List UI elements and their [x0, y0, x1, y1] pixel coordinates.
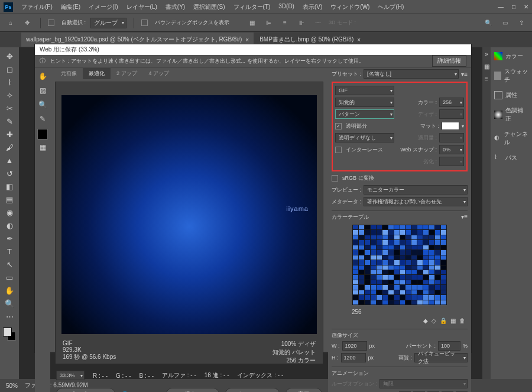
home-icon[interactable]: ⌂	[5, 17, 17, 29]
path-tool-icon[interactable]: ↖	[2, 258, 17, 271]
srgb-checkbox[interactable]	[332, 175, 338, 182]
menu-edit[interactable]: 編集(E)	[57, 1, 84, 13]
websnap-dropdown[interactable]: 0%	[439, 145, 464, 154]
slice-vis-icon[interactable]: ▦	[36, 141, 49, 154]
menu-image[interactable]: イメージ(I)	[85, 1, 121, 13]
zoom-tool-icon[interactable]: 🔍	[2, 297, 17, 310]
stamp-tool-icon[interactable]: ▲	[2, 154, 17, 167]
preview-button[interactable]: プレビュー...	[56, 388, 115, 392]
panel-color[interactable]: カラー	[493, 51, 530, 61]
preset-dropdown[interactable]: [名前なし]	[364, 69, 459, 79]
share-icon[interactable]: ⇪	[515, 17, 527, 29]
eraser-tool-icon[interactable]: ◧	[2, 180, 17, 193]
eyedropper-icon[interactable]: ✎	[36, 112, 49, 125]
panel-paths[interactable]: ⌇パス	[493, 153, 530, 163]
color-swatches[interactable]	[2, 326, 17, 342]
flyout-icon[interactable]: ▾≡	[461, 71, 468, 77]
menu-type[interactable]: 書式(Y)	[162, 1, 189, 13]
ct-icon[interactable]: ◆	[423, 318, 428, 324]
ct-icon[interactable]: ◇	[432, 318, 436, 324]
menu-file[interactable]: ファイル(F)	[18, 1, 56, 13]
menu-help[interactable]: ヘルプ(H)	[374, 1, 407, 13]
blur-tool-icon[interactable]: ◉	[2, 206, 17, 219]
quality-dropdown[interactable]: バイキュービック法	[414, 353, 468, 362]
tab-original[interactable]: 元画像	[55, 68, 83, 79]
zoom-dropdown[interactable]: 33.3%	[56, 371, 85, 380]
panel-icon[interactable]: ≡	[485, 76, 488, 82]
detail-button[interactable]: 詳細情報	[432, 55, 466, 67]
slice-tool-icon[interactable]: ▨	[36, 84, 49, 97]
format-dropdown[interactable]: GIF	[335, 86, 394, 95]
preview-dropdown[interactable]: モニターカラー	[364, 185, 468, 195]
gradient-tool-icon[interactable]: ▤	[2, 193, 17, 206]
width-input[interactable]: 1920	[342, 341, 367, 351]
menu-select[interactable]: 選択範囲(S)	[190, 1, 228, 13]
search-icon[interactable]: 🔍	[482, 17, 494, 29]
align-icon[interactable]: ⊫	[262, 17, 274, 29]
wand-tool-icon[interactable]: ✧	[2, 89, 17, 102]
interlace-checkbox[interactable]	[335, 147, 342, 153]
marquee-tool-icon[interactable]: ◻	[2, 63, 17, 76]
metadata-dropdown[interactable]: 著作権情報および問い合わせ先	[364, 197, 468, 206]
ct-icon[interactable]: 🗑	[459, 318, 465, 324]
move-tool-icon[interactable]: ✥	[2, 50, 17, 63]
menu-view[interactable]: 表示(V)	[299, 1, 326, 13]
collapsed-dock[interactable]: » ▦ ≡	[482, 47, 491, 379]
cancel-button[interactable]: キャンセル	[225, 388, 280, 392]
eyedropper-icon[interactable]: ✎	[2, 115, 17, 128]
color-swatch[interactable]	[37, 129, 48, 140]
expand-icon[interactable]: »	[485, 51, 488, 57]
percent-input[interactable]: 100	[438, 341, 460, 351]
menu-3d[interactable]: 3D(D)	[275, 1, 298, 13]
flyout-icon[interactable]: ▾≡	[461, 213, 468, 220]
align-icon[interactable]: ≡	[279, 17, 291, 29]
menu-layer[interactable]: レイヤー(L)	[123, 1, 161, 13]
panel-swatches[interactable]: スウォッチ	[493, 66, 530, 85]
dither-dropdown[interactable]: パターン	[335, 109, 394, 119]
panel-icon[interactable]: ▦	[484, 63, 489, 70]
close-icon[interactable]: ×	[245, 37, 249, 43]
trans-dither-dropdown[interactable]: 透明ディザなし	[335, 133, 394, 142]
transparency-checkbox[interactable]	[335, 123, 342, 129]
zoom-tool-icon[interactable]: 🔍	[36, 98, 49, 111]
brush-tool-icon[interactable]: 🖌	[2, 141, 17, 154]
minimize-icon[interactable]: —	[498, 4, 504, 10]
hand-tool-icon[interactable]: ✋	[2, 284, 17, 297]
autoselect-checkbox[interactable]	[48, 20, 54, 26]
reduction-dropdown[interactable]: 知覚的	[335, 98, 394, 107]
lasso-tool-icon[interactable]: ⌇	[2, 76, 17, 89]
color-table[interactable]	[352, 225, 447, 305]
menu-filter[interactable]: フィルター(T)	[230, 1, 274, 13]
hand-tool-icon[interactable]: ✋	[36, 70, 49, 83]
shape-tool-icon[interactable]: ▭	[2, 271, 17, 284]
align-icon[interactable]: ⊪	[296, 17, 307, 29]
panel-channels[interactable]: ◐チャンネル	[493, 129, 530, 148]
save-button[interactable]: 保存...	[166, 388, 219, 392]
more-tools-icon[interactable]: ⋯	[2, 310, 17, 323]
healing-tool-icon[interactable]: ✚	[2, 128, 17, 141]
workspace-icon[interactable]: ▭	[499, 17, 511, 29]
preview-image[interactable]: iiyama	[61, 95, 317, 334]
close-icon[interactable]: ✕	[524, 4, 528, 10]
colors-dropdown[interactable]: 256	[439, 98, 464, 107]
tab-4up[interactable]: 4 アップ	[143, 68, 176, 79]
bbox-checkbox[interactable]	[141, 20, 148, 26]
move-tool-icon[interactable]: ✥	[21, 17, 33, 29]
pen-tool-icon[interactable]: ✒	[2, 232, 17, 245]
type-tool-icon[interactable]: T	[2, 245, 17, 258]
height-input[interactable]: 1200	[341, 353, 366, 362]
tab-optimized[interactable]: 最適化	[83, 68, 111, 79]
autoselect-dropdown[interactable]: グループ	[90, 18, 126, 28]
history-brush-icon[interactable]: ↺	[2, 167, 17, 180]
tab-2up[interactable]: 2 アップ	[111, 68, 143, 79]
ct-icon[interactable]: ▦	[450, 318, 456, 324]
crop-tool-icon[interactable]: ✂	[2, 102, 17, 115]
menu-window[interactable]: ウィンドウ(W)	[327, 1, 373, 13]
dodge-tool-icon[interactable]: ◐	[2, 219, 17, 232]
status-zoom[interactable]: 50%	[6, 383, 18, 389]
align-icon[interactable]: ▦	[246, 17, 258, 29]
maximize-icon[interactable]: □	[512, 4, 515, 10]
close-icon[interactable]: ×	[357, 37, 361, 43]
ct-icon[interactable]: 🔒	[440, 318, 447, 324]
panel-properties[interactable]: 属性	[493, 90, 530, 101]
